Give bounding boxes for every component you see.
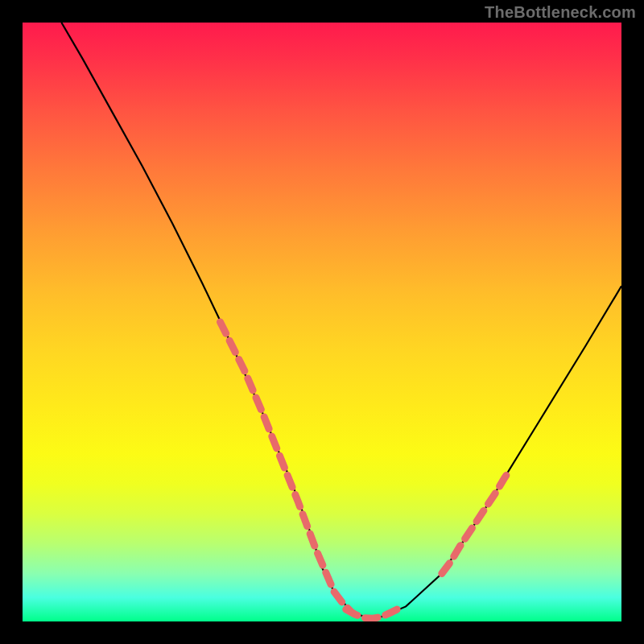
plot-area xyxy=(23,23,621,621)
chart-svg xyxy=(23,23,621,621)
highlight-right xyxy=(442,469,511,573)
watermark-text: TheBottleneck.com xyxy=(485,3,636,22)
main-curve xyxy=(61,23,621,618)
highlight-left xyxy=(221,322,353,613)
chart-container: TheBottleneck.com xyxy=(0,0,644,644)
highlight-bottom xyxy=(346,608,403,618)
